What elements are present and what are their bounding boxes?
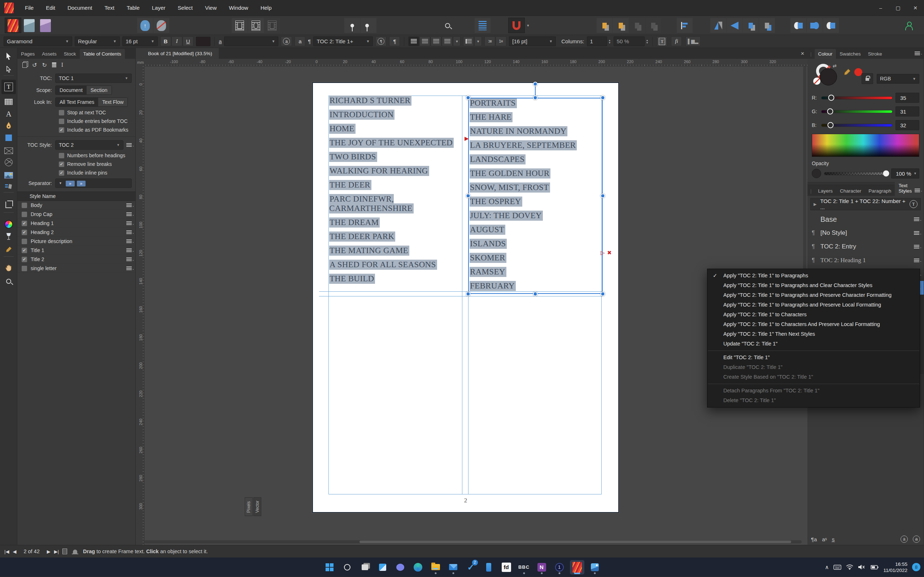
pin-to-text-icon[interactable]: [360, 18, 376, 33]
colour-wheel-icon[interactable]: [0, 219, 17, 230]
frame-handle[interactable]: [601, 292, 605, 297]
toc-style-menu-icon[interactable]: [126, 143, 132, 147]
slider-value[interactable]: 35: [895, 93, 919, 103]
text-style-menu-icon[interactable]: [914, 218, 919, 221]
toc-entry[interactable]: RICHARD S TURNER: [329, 96, 464, 105]
ligatures-fi-icon[interactable]: fi: [671, 36, 682, 46]
notes-tool-icon[interactable]: [0, 181, 17, 192]
menu-item[interactable]: Edit "TOC 2: Title 1": [708, 353, 920, 363]
volume-muted-icon[interactable]: [858, 564, 865, 570]
frame-text-tool-icon[interactable]: T: [2, 80, 16, 94]
eyedropper-tool-icon[interactable]: [0, 244, 17, 255]
checkbox[interactable]: ✓: [22, 248, 27, 253]
panel-menu-icon[interactable]: [914, 189, 920, 193]
frame-handle[interactable]: [601, 95, 605, 100]
menu-item[interactable]: Apply "TOC 2: Title 1" to Characters: [708, 310, 920, 319]
todo-icon[interactable]: ✓2: [464, 560, 478, 574]
bold-button[interactable]: B: [160, 36, 171, 46]
italic-button[interactable]: I: [171, 36, 182, 46]
zoom-stepper[interactable]: 50 % ▲▼: [614, 36, 649, 46]
menu-table[interactable]: Table: [121, 0, 146, 16]
toc-entry[interactable]: A SHED FOR ALL SEASONS: [329, 260, 464, 269]
persona-photo-icon[interactable]: [37, 18, 53, 33]
boolean-subtract-icon[interactable]: [807, 18, 822, 33]
first-page-button[interactable]: |◀: [4, 549, 9, 554]
tab-text-styles[interactable]: Text Styles: [895, 181, 924, 196]
option-include-as-pdf-bookmarks[interactable]: ✓Include as PDF Bookmarks: [59, 127, 135, 133]
menu-view[interactable]: View: [199, 0, 223, 16]
text-style-menu-icon[interactable]: [914, 245, 919, 249]
align-right-button[interactable]: [431, 36, 441, 46]
shape-tool-icon[interactable]: [0, 132, 17, 143]
text-style-menu-icon[interactable]: [914, 231, 919, 235]
toc-entry[interactable]: THE DREAM: [329, 218, 464, 227]
option-remove-line-breaks[interactable]: ✓Remove line breaks: [59, 161, 135, 167]
persona-publisher-icon[interactable]: [5, 18, 21, 33]
picture-frame-ellipse-icon[interactable]: [0, 157, 17, 168]
option-stop-at-next-toc[interactable]: Stop at next TOC: [59, 110, 135, 115]
scope-segmented[interactable]: DocumentSection: [55, 85, 112, 95]
slider-knob[interactable]: [827, 122, 834, 128]
minimize-button[interactable]: –: [872, 0, 889, 16]
fill-stroke-indicator[interactable]: ⇄: [812, 63, 837, 85]
fd-icon[interactable]: fd: [499, 560, 514, 574]
lookin-segmented[interactable]: All Text FramesText Flow: [55, 97, 128, 107]
frame-handle[interactable]: [533, 292, 538, 297]
toc-refresh-icon[interactable]: ↺: [32, 62, 37, 69]
opacity-swatch[interactable]: [812, 169, 821, 178]
rotation-handle[interactable]: [533, 82, 538, 87]
frame-handle[interactable]: [466, 95, 471, 100]
table-tool-icon[interactable]: [0, 96, 17, 107]
preview-mode-icon[interactable]: [439, 18, 456, 33]
menu-edit[interactable]: Edit: [40, 0, 61, 16]
checkbox[interactable]: ✓: [59, 170, 64, 176]
align-left-button[interactable]: [408, 36, 419, 46]
widgets-icon[interactable]: [375, 560, 390, 574]
notification-count-badge[interactable]: 8: [912, 563, 921, 571]
separator-box[interactable]: ▼ »»: [55, 179, 132, 188]
update-toc-icon[interactable]: ↑: [137, 18, 153, 33]
checkbox[interactable]: ✓: [22, 230, 27, 235]
text-style-row-toc-2-entry[interactable]: ¶TOC 2: Entry: [808, 240, 924, 253]
account-person-icon[interactable]: [901, 18, 917, 33]
detach-style-icon[interactable]: a: [901, 535, 908, 543]
photos-icon[interactable]: [588, 560, 602, 574]
style-menu-icon[interactable]: [126, 239, 132, 243]
text-style-row-base[interactable]: Base: [808, 213, 924, 226]
style-menu-icon[interactable]: [126, 230, 132, 234]
toc-refresh-all-icon[interactable]: ↻: [42, 62, 47, 69]
tab-assets[interactable]: Assets: [38, 49, 60, 59]
tab-stock[interactable]: Stock: [60, 49, 80, 59]
art-text-tool-icon[interactable]: A: [0, 108, 17, 119]
font-size-combo[interactable]: 16 pt▼: [122, 36, 158, 46]
toc-select[interactable]: TOC 1▼: [55, 74, 132, 83]
slider-track[interactable]: [821, 96, 893, 100]
menu-layer[interactable]: Layer: [146, 0, 172, 16]
no-colour-icon[interactable]: [813, 77, 821, 85]
tab-pages[interactable]: Pages: [17, 49, 38, 59]
selected-text-frame[interactable]: [468, 98, 603, 294]
toc-entry[interactable]: THE DEER PARK: [329, 232, 464, 241]
menu-item[interactable]: Apply "TOC 2: Title 1" to Characters And…: [708, 319, 920, 329]
picked-colour-swatch[interactable]: [855, 68, 862, 76]
slider-knob[interactable]: [828, 95, 834, 101]
chart-icon[interactable]: ▌▆▂: [685, 36, 700, 46]
tab-paragraph[interactable]: Paragraph: [865, 186, 895, 196]
plain-a-icon[interactable]: a: [294, 36, 305, 46]
colour-spectrum[interactable]: [812, 134, 919, 157]
document-close-icon[interactable]: ✕: [801, 51, 804, 56]
wrap-tight-icon[interactable]: [248, 18, 264, 33]
search-icon[interactable]: [340, 560, 354, 574]
wifi-icon[interactable]: [846, 564, 853, 570]
checkbox[interactable]: [22, 266, 27, 271]
style-menu-icon[interactable]: [126, 266, 132, 271]
notifications-bell-icon[interactable]: [73, 550, 77, 554]
columns-stepper[interactable]: 1 ▲▼: [587, 36, 611, 46]
last-page-button[interactable]: ▶|: [54, 549, 59, 554]
teams-chat-icon[interactable]: [393, 560, 407, 574]
slider-knob[interactable]: [827, 108, 833, 115]
menu-item[interactable]: Apply "TOC 2: Title 1" to Paragraphs and…: [708, 280, 920, 290]
place-image-icon[interactable]: [0, 170, 17, 181]
menu-item[interactable]: Apply "TOC 2: Title 1" to Paragraphs✓: [708, 271, 920, 280]
pin-icon[interactable]: [344, 18, 360, 33]
